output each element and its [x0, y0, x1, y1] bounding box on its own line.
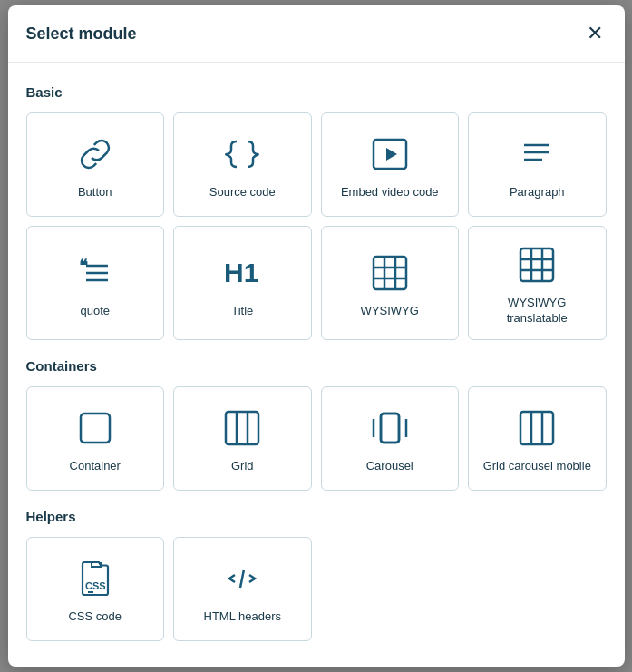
module-name-carousel: Carousel — [366, 459, 413, 474]
css-code-icon: CSS — [73, 557, 117, 600]
source-code-icon — [220, 132, 264, 176]
button-icon — [73, 132, 117, 176]
grid-carousel-mobile-icon — [515, 406, 559, 450]
module-item-html-headers[interactable]: HTML headers — [173, 537, 312, 641]
module-item-button[interactable]: Button — [26, 112, 165, 217]
module-name-quote: quote — [80, 304, 110, 319]
svg-rect-28 — [520, 412, 553, 444]
module-grid-helpers: CSS CSS code HTML headers — [26, 537, 607, 641]
svg-text:H1: H1 — [224, 258, 258, 287]
title-icon: H1 — [220, 251, 264, 295]
svg-rect-20 — [81, 414, 110, 443]
module-item-embed-video[interactable]: Embed video code — [321, 112, 460, 217]
html-headers-icon — [220, 557, 264, 600]
module-item-wysiwyg[interactable]: WYSIWYG — [321, 226, 460, 340]
module-name-button: Button — [78, 185, 112, 200]
modal-title: Select module — [26, 24, 137, 44]
section-label-helpers: Helpers — [26, 509, 607, 524]
module-name-grid: Grid — [231, 459, 254, 474]
module-name-source-code: Source code — [209, 185, 276, 200]
grid-icon — [220, 406, 264, 450]
quote-icon: ❝ — [73, 251, 117, 295]
svg-rect-24 — [381, 414, 399, 443]
module-name-css-code: CSS code — [68, 609, 122, 625]
section-label-basic: Basic — [26, 84, 607, 100]
embed-video-icon — [368, 132, 412, 176]
svg-rect-15 — [520, 248, 553, 281]
module-item-grid-carousel-mobile[interactable]: Grid carousel mobile — [468, 386, 607, 491]
module-item-container[interactable]: Container — [26, 386, 165, 491]
module-name-paragraph: Paragraph — [510, 185, 565, 200]
module-name-grid-carousel-mobile: Grid carousel mobile — [483, 459, 591, 474]
module-name-container: Container — [70, 459, 121, 474]
module-grid-containers: Container Grid Carousel Grid carousel mo… — [26, 386, 607, 491]
close-button[interactable]: ✕ — [583, 20, 607, 47]
module-grid-basic: Button Source code Embed video code Para… — [26, 112, 607, 340]
module-item-paragraph[interactable]: Paragraph — [468, 112, 607, 217]
module-item-title[interactable]: H1 Title — [173, 226, 312, 340]
module-name-embed-video: Embed video code — [341, 185, 439, 200]
svg-text:❝: ❝ — [79, 257, 88, 275]
module-item-wysiwyg-translatable[interactable]: WYSIWYG translatable — [468, 226, 607, 340]
paragraph-icon — [515, 132, 559, 176]
module-name-html-headers: HTML headers — [204, 609, 282, 625]
wysiwyg-icon — [368, 251, 412, 295]
module-item-grid[interactable]: Grid — [173, 386, 312, 491]
module-item-css-code[interactable]: CSS CSS code — [26, 537, 165, 641]
modal-body: Basic Button Source code Embed video cod… — [8, 63, 625, 667]
module-item-quote[interactable]: ❝ quote — [26, 226, 165, 340]
module-name-title: Title — [231, 304, 253, 319]
svg-line-33 — [240, 570, 244, 588]
select-module-modal: Select module ✕ Basic Button Source code… — [8, 5, 625, 667]
carousel-icon — [368, 406, 412, 450]
svg-marker-1 — [386, 148, 397, 161]
svg-rect-10 — [374, 257, 406, 289]
container-icon — [73, 406, 117, 450]
section-label-containers: Containers — [26, 358, 607, 374]
module-name-wysiwyg: WYSIWYG — [361, 304, 419, 319]
wysiwyg-translatable-icon — [515, 243, 559, 287]
module-item-source-code[interactable]: Source code — [173, 112, 312, 217]
svg-rect-27 — [381, 414, 399, 443]
svg-text:CSS: CSS — [85, 580, 106, 591]
modal-header: Select module ✕ — [8, 5, 625, 63]
svg-rect-21 — [226, 412, 258, 444]
module-item-carousel[interactable]: Carousel — [321, 386, 460, 491]
module-name-wysiwyg-translatable: WYSIWYG translatable — [478, 296, 597, 326]
